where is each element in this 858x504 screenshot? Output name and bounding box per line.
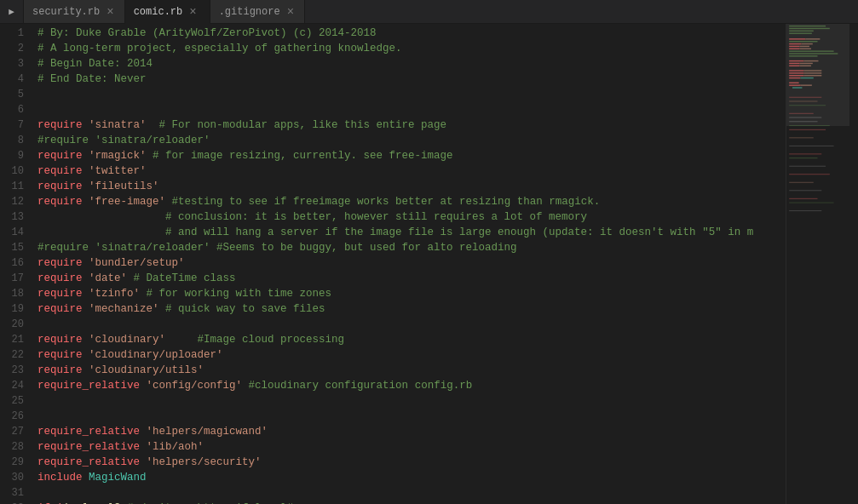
svg-rect-20 [789,66,799,66]
tab-gitignore[interactable]: .gitignore × [210,0,305,23]
code-line-9: require 'rmagick' # for image resizing, … [37,148,786,163]
tab-bar: ▶ security.rb × comic.rb × .gitignore × [0,0,858,24]
code-line-4: # End Date: Never [37,72,786,87]
svg-rect-30 [789,83,798,83]
code-line-29: require_relative 'helpers/security' [37,455,786,470]
svg-rect-0 [789,26,826,26]
svg-rect-44 [789,153,821,154]
svg-rect-10 [800,46,809,47]
code-line-23: require 'cloudinary/utils' [37,363,786,378]
code-line-3: # Begin Date: 2014 [37,56,786,72]
code-line-30: include MagicWand [37,470,786,485]
code-line-31 [37,485,786,501]
svg-rect-46 [789,166,826,167]
svg-rect-13 [789,50,833,51]
svg-rect-8 [801,43,812,44]
code-line-5 [37,87,786,102]
svg-rect-9 [789,46,799,47]
code-line-32: if !is_local? # don't go https if local# [37,501,786,504]
code-line-1: # By: Duke Grable (ArityWolf/ZeroPivot) … [37,26,786,41]
code-line-2: # A long-term project, especially of gat… [37,41,786,56]
scrollbar-track[interactable] [849,24,858,504]
svg-rect-29 [801,77,814,78]
svg-rect-34 [789,97,821,98]
code-line-20 [37,317,786,332]
editor-main: 1234 5678 9101112 13141516 17181920 2122… [0,24,786,504]
editor-container: 1234 5678 9101112 13141516 17181920 2122… [0,24,858,504]
tab-comic-label: comic.rb [134,6,183,18]
line-numbers: 1234 5678 9101112 13141516 17181920 2122… [0,24,31,504]
code-line-15: #require 'sinatra/reloader' #Seems to be… [37,240,786,255]
tab-gitignore-label: .gitignore [219,6,280,18]
code-line-11: require 'fileutils' [37,179,786,194]
svg-rect-18 [789,63,799,64]
svg-rect-25 [803,72,821,73]
svg-rect-3 [789,32,812,33]
svg-rect-17 [803,60,818,61]
code-line-25 [37,393,786,409]
svg-rect-11 [789,49,799,49]
svg-rect-16 [789,60,803,61]
code-line-7: require 'sinatra' # For non-modular apps… [37,117,786,133]
svg-rect-24 [789,72,803,73]
code-line-12: require 'free-image' #testing to see if … [37,194,786,209]
code-line-8: #require 'sinatra/reloader' [37,133,786,148]
svg-rect-51 [789,203,833,203]
svg-rect-12 [800,49,811,49]
tab-security-close[interactable]: × [105,5,115,19]
svg-rect-41 [789,129,826,130]
minimap[interactable] [786,24,849,504]
svg-rect-33 [792,87,802,88]
code-line-22: require 'cloudinary/uploader' [37,347,786,363]
tab-gitignore-close[interactable]: × [285,5,296,19]
tab-security-label: security.rb [32,6,100,18]
code-area[interactable]: # By: Duke Grable (ArityWolf/ZeroPivot) … [31,24,786,504]
code-line-18: require 'tzinfo' # for working with time… [37,286,786,301]
svg-rect-43 [789,146,833,146]
code-line-26 [37,409,786,424]
code-line-27: require_relative 'helpers/magicwand' [37,424,786,439]
svg-rect-45 [789,158,817,158]
svg-rect-37 [789,113,814,114]
code-line-24: require_relative 'config/config' #cloudi… [37,378,786,393]
svg-rect-5 [805,38,820,39]
svg-rect-19 [800,63,813,64]
svg-rect-26 [789,75,803,76]
svg-rect-49 [789,190,821,191]
svg-rect-22 [789,70,803,71]
code-line-19: require 'mechanize' # quick way to save … [37,301,786,317]
svg-rect-14 [789,53,838,54]
svg-rect-39 [789,121,817,122]
tab-expand-button[interactable]: ▶ [0,0,24,23]
code-line-6 [37,102,786,117]
code-line-10: require 'twitter' [37,163,786,179]
svg-rect-21 [800,66,811,66]
svg-rect-40 [789,125,830,126]
svg-rect-28 [789,77,800,78]
code-line-21: require 'cloudinary' #Image cloud proces… [37,332,786,347]
code-line-14: # and will hang a server if the image fi… [37,225,786,240]
svg-rect-38 [789,117,821,118]
svg-rect-42 [789,137,814,138]
tab-comic[interactable]: comic.rb × [125,0,210,24]
code-line-17: require 'date' # DateTime class [37,271,786,286]
minimap-canvas [786,24,849,504]
svg-rect-27 [803,75,821,76]
svg-rect-50 [789,198,817,199]
svg-rect-23 [803,70,821,71]
code-line-28: require_relative 'lib/aoh' [37,439,786,455]
svg-rect-52 [789,210,821,211]
svg-rect-32 [801,84,812,85]
tab-security[interactable]: security.rb × [24,0,125,23]
svg-rect-47 [789,174,830,175]
code-line-13: # conclusion: it is better, however stil… [37,209,786,225]
svg-rect-35 [789,101,817,102]
svg-rect-1 [789,28,830,29]
svg-rect-36 [789,105,826,106]
tab-comic-close[interactable]: × [187,5,198,19]
svg-rect-48 [789,182,814,183]
svg-rect-31 [789,84,800,85]
svg-rect-7 [789,43,801,44]
svg-rect-2 [789,31,814,32]
svg-rect-6 [789,41,817,42]
